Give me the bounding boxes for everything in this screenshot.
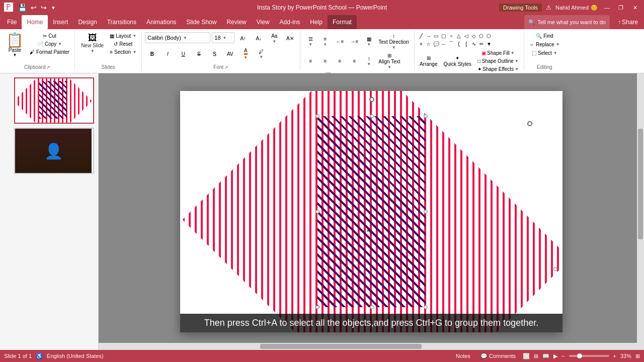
comments-button[interactable]: 💬 Comments [477,352,519,360]
shape-callout[interactable]: 💬 [433,40,440,47]
tell-me-input[interactable]: 🔍 Tell me what you want to do [524,15,610,29]
bold-button[interactable]: B [145,47,159,61]
shape-effects-button[interactable]: ✦ Shape Effects ▼ [475,65,521,73]
handle-tc[interactable] [370,114,374,118]
line-spacing-button[interactable]: ↕▼ [362,52,376,70]
text-direction-button[interactable]: ↕ Text Direction ▼ [376,32,411,51]
menu-animations[interactable]: Animations [141,15,181,29]
shape-oval[interactable]: ○ [448,32,455,39]
shape-triangle[interactable]: △ [455,32,462,39]
canvas-area[interactable]: ↖ Then press Ctrl+A to select all the ob… [99,73,644,350]
menu-view[interactable]: View [252,15,275,29]
strikethrough-button[interactable]: S [192,47,206,61]
h-scroll-thumb[interactable] [260,344,422,349]
zoom-slider[interactable] [569,355,609,357]
shape-curved[interactable]: ⌒ [448,40,455,47]
qat-customize-button[interactable]: ▼ [50,4,57,12]
columns-button[interactable]: ▦▼ [362,32,376,51]
decrease-indent-button[interactable]: ←≡ [333,32,347,51]
notes-button[interactable]: Notes [453,352,473,360]
close-button[interactable]: ✕ [630,3,640,13]
shape-plus[interactable]: + [418,40,425,47]
shape-roundrect[interactable]: ▢ [440,32,447,39]
numbering-button[interactable]: ≡▼ [318,32,332,51]
shape-rtri[interactable]: ◁ [463,32,470,39]
menu-design[interactable]: Design [73,15,102,29]
align-center-button[interactable]: ≡ [318,52,332,70]
diamond-handle-r[interactable] [553,267,557,271]
reset-button[interactable]: ↺ Reset [108,40,138,48]
slide-2-thumbnail[interactable]: 👤 [14,128,94,174]
menu-transitions[interactable]: Transitions [102,15,141,29]
reading-view-icon[interactable]: 📖 [542,353,549,359]
menu-slideshow[interactable]: Slide Show [181,15,221,29]
zoom-in-button[interactable]: + [613,353,616,359]
rect-shape[interactable] [317,116,426,307]
shape-outline-button[interactable]: □ Shape Outline ▼ [475,57,521,65]
font-family-dropdown[interactable]: Calibri (Body) ▼ [145,32,210,43]
replace-button[interactable]: ↔ Replace ▼ [527,41,562,48]
text-highlight-button[interactable]: 🖊 ▼ [254,47,268,61]
zoom-fit-button[interactable]: ⊞ [635,353,640,359]
slideshow-icon[interactable]: ▶ [553,353,557,359]
clipboard-dialog-icon[interactable]: ↗ [46,65,50,70]
grow-font-button[interactable]: A↑ [236,32,250,45]
shadow-button[interactable]: S [207,47,221,61]
zoom-thumb[interactable] [577,353,582,358]
shape-arrow-left[interactable]: ← [440,40,447,47]
font-dialog-icon[interactable]: ↗ [224,65,228,70]
find-button[interactable]: 🔍 Find [527,32,562,40]
section-button[interactable]: ≡ Section ▼ [108,48,138,56]
zoom-out-button[interactable]: − [561,353,565,359]
redo-button[interactable]: ↪ [40,3,48,13]
copy-button[interactable]: 📄 Copy ▼ [28,40,71,48]
shape-fill-button[interactable]: ▣ Shape Fill ▼ [475,49,521,57]
shape-star[interactable]: ☆ [425,40,432,47]
handle-mr[interactable] [424,210,428,214]
menu-review[interactable]: Review [221,15,251,29]
save-button[interactable]: 💾 [17,3,28,13]
menu-help[interactable]: Help [305,15,328,29]
font-size-dropdown[interactable]: 18 ▼ [212,32,234,43]
vertical-scrollbar[interactable] [637,73,644,350]
spacing-button[interactable]: AV [223,47,237,61]
share-button[interactable]: ↑ Share [614,15,642,29]
underline-button[interactable]: U [176,47,190,61]
new-slide-button[interactable]: 🖼 New Slide ▼ [78,32,107,54]
slide-1-thumbnail[interactable] [14,77,94,124]
align-left-button[interactable]: ≡ [303,52,317,70]
handle-br[interactable] [424,305,428,309]
shape-line[interactable]: ╱ [418,32,425,39]
handle-tl[interactable] [315,114,319,118]
diamond-rotate[interactable] [527,121,532,126]
shape-wave[interactable]: ∿ [470,40,477,47]
paste-button[interactable]: 📋 Paste ▼ [3,32,27,58]
justify-button[interactable]: ≡ [347,52,361,70]
increase-indent-button[interactable]: →≡ [347,32,361,51]
shape-hex[interactable]: ⬡ [486,32,493,39]
shape-rect[interactable]: ▭ [433,32,440,39]
font-color-button[interactable]: A ▼ [238,47,253,61]
menu-addins[interactable]: Add-ins [275,15,305,29]
arrange-button[interactable]: ⊞ Arrange [418,49,440,73]
menu-file[interactable]: File [2,15,22,29]
normal-view-icon[interactable]: ⬜ [523,353,530,359]
layout-button[interactable]: ▦ Layout ▼ [108,32,138,40]
undo-button[interactable]: ↩ [30,3,38,13]
menu-home[interactable]: Home [22,15,48,29]
italic-button[interactable]: I [160,47,175,61]
handle-tr[interactable] [424,114,428,118]
handle-bl[interactable] [315,305,319,309]
shape-bracket[interactable]: [ [463,40,470,47]
format-painter-button[interactable]: 🖌 Format Painter [28,48,71,56]
horizontal-scrollbar[interactable] [99,343,637,350]
cut-button[interactable]: ✂ Cut [28,32,71,40]
shape-diamond[interactable]: ◇ [470,32,477,39]
restore-button[interactable]: ❐ [616,3,626,13]
shrink-font-button[interactable]: A↓ [252,32,266,45]
change-case-button[interactable]: Aa▼ [267,32,281,45]
shapes-more[interactable]: ▼ [486,40,493,47]
shape-pentagon[interactable]: ⬠ [478,32,485,39]
v-scroll-thumb[interactable] [638,129,643,239]
rotate-handle[interactable] [369,97,374,102]
